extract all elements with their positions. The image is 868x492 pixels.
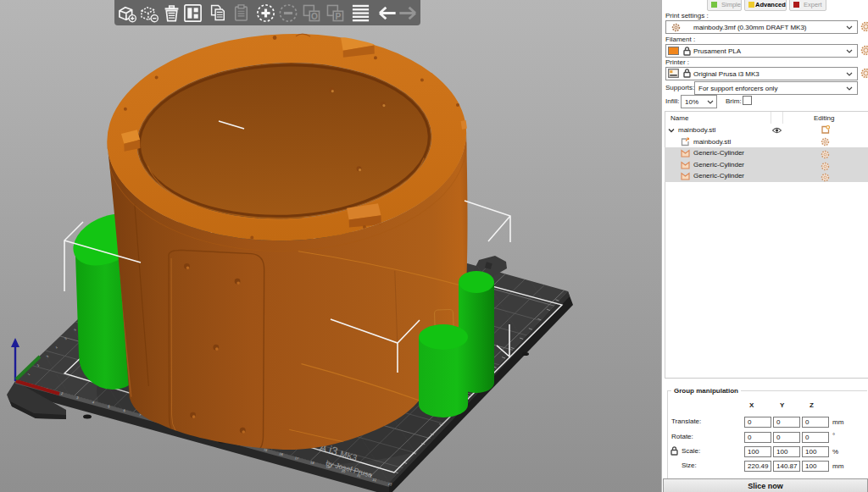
svg-text:O: O bbox=[311, 12, 318, 21]
svg-text:P: P bbox=[335, 12, 341, 21]
